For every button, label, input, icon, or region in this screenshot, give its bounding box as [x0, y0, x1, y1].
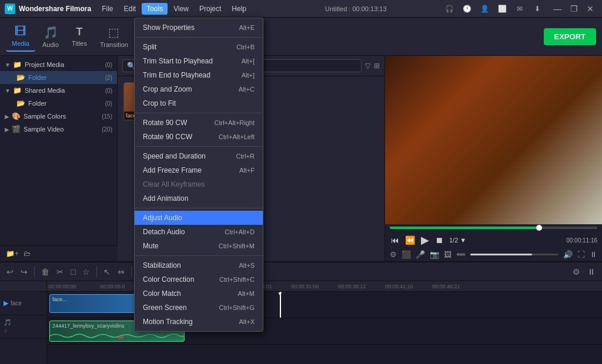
color-correction-label: Color Correction: [143, 275, 219, 284]
crop-zoom-label: Crop and Zoom: [143, 85, 239, 93]
tree-project-media[interactable]: ▼ 📁 Project Media (0): [0, 58, 117, 71]
shared-media-label: Shared Media: [25, 87, 103, 94]
copy-icon[interactable]: ⬜: [495, 2, 509, 16]
minus-circle-icon[interactable]: ➖: [456, 250, 466, 259]
volume-icon[interactable]: 🔊: [563, 250, 573, 259]
media-icon: 🎞: [15, 25, 26, 38]
paste-button[interactable]: ☆: [81, 265, 92, 278]
menu-tools[interactable]: Tools: [142, 3, 168, 15]
delete-button[interactable]: 🗑: [39, 265, 51, 278]
user-icon[interactable]: 👤: [477, 2, 491, 16]
menu-section-1: Show Properties Alt+E: [135, 18, 263, 38]
trim-tool[interactable]: ⇔: [116, 265, 126, 278]
menu-color-correction[interactable]: Color Correction Ctrl+Shift+C: [135, 272, 263, 287]
tools-dropdown-menu[interactable]: Show Properties Alt+E Split Ctrl+B Trim …: [134, 18, 263, 332]
mute-label: Mute: [143, 242, 219, 250]
speed-duration-shortcut: Ctrl+R: [236, 153, 255, 160]
export-button[interactable]: EXPORT: [544, 28, 596, 45]
stop-button[interactable]: ⏹: [434, 234, 444, 246]
folder-count: (2): [105, 75, 112, 81]
rotate-cw-shortcut: Ctrl+Alt+Right: [215, 119, 255, 126]
menu-trim-start[interactable]: Trim Start to Playhead Alt+[: [135, 54, 263, 68]
motion-tracking-shortcut: Alt+X: [239, 318, 255, 325]
new-folder-icon[interactable]: 🗁: [24, 250, 31, 258]
step-back-button[interactable]: ⏪: [404, 234, 416, 246]
menu-green-screen[interactable]: Green Screen Ctrl+Shift+G: [135, 301, 263, 315]
mic-icon[interactable]: 🎤: [416, 250, 425, 259]
minimize-button[interactable]: —: [550, 3, 564, 15]
clock-icon[interactable]: 🕐: [460, 2, 474, 16]
menu-crop-fit[interactable]: Crop to Fit: [135, 96, 263, 110]
mail-icon[interactable]: ✉: [513, 2, 527, 16]
menu-rotate-cw[interactable]: Rotate 90 CW Ctrl+Alt+Right: [135, 116, 263, 130]
menu-trim-end[interactable]: Trim End to Playhead Alt+]: [135, 68, 263, 82]
menu-rotate-ccw[interactable]: Rotate 90 CCW Ctrl+Alt+Left: [135, 130, 263, 144]
menu-add-animation[interactable]: Add Animation: [135, 191, 263, 205]
maximize-button[interactable]: ❐: [567, 3, 581, 15]
camera-icon[interactable]: 📷: [430, 250, 439, 259]
transitions-label: Transition: [100, 41, 128, 48]
menu-motion-tracking[interactable]: Motion Tracking Alt+X: [135, 315, 263, 329]
shared-folder-label: Folder: [28, 100, 103, 107]
menu-view[interactable]: View: [169, 3, 193, 15]
menu-edit[interactable]: Edit: [119, 3, 141, 15]
pause-icon[interactable]: ⏸: [586, 265, 597, 278]
volume-bar[interactable]: [470, 254, 558, 255]
tree-folder[interactable]: 📂 Folder (2): [0, 71, 117, 84]
control-row-1: ⏮ ⏪ ▶ ⏹ 1/2 ▼ 00:00:11:16: [390, 232, 597, 248]
tree-shared-media[interactable]: ▼ 📁 Shared Media (0): [0, 84, 117, 97]
sample-video-label: Sample Video: [24, 126, 99, 133]
tree-shared-folder[interactable]: 📂 Folder (0): [0, 97, 117, 110]
toolbar-audio[interactable]: 🎵 Audio: [36, 22, 65, 52]
menu-freeze-frame[interactable]: Add Freeze Frame Alt+F: [135, 163, 263, 177]
video-clip[interactable]: face...: [49, 294, 143, 313]
toolbar: 🎞 Media 🎵 Audio T Titles ⬚ Transition EX…: [0, 18, 602, 56]
settings-icon[interactable]: ⚙: [571, 265, 582, 278]
filter-icon[interactable]: ▽: [365, 62, 370, 70]
playhead[interactable]: [280, 292, 281, 318]
menu-split[interactable]: Split Ctrl+B: [135, 40, 263, 54]
fullscreen-icon[interactable]: ⛶: [577, 250, 585, 259]
close-button[interactable]: ✕: [583, 3, 597, 15]
menu-stabilization[interactable]: Stabilization Alt+S: [135, 258, 263, 272]
menu-show-properties[interactable]: Show Properties Alt+E: [135, 21, 263, 35]
speed-duration-label: Speed and Duration: [143, 152, 236, 160]
screenshot-icon[interactable]: 🖼: [444, 250, 452, 259]
cut-button[interactable]: ✂: [55, 265, 65, 278]
ruler-mark-0: 00:00:00:00: [48, 284, 76, 289]
progress-bar[interactable]: [390, 227, 597, 229]
tree-sample-video[interactable]: ▶ 🎬 Sample Video (20): [0, 123, 117, 136]
grid-view-icon[interactable]: ⊞: [374, 62, 380, 70]
audio-clip-label: 244417_lennyboy_scaryviolins: [50, 322, 127, 330]
headphone-icon[interactable]: 🎧: [442, 2, 456, 16]
render-icon[interactable]: ⚙: [390, 250, 397, 259]
menu-project[interactable]: Project: [195, 3, 226, 15]
detach-audio-shortcut: Ctrl+Alt+D: [225, 228, 255, 235]
redo-button[interactable]: ↪: [19, 265, 29, 278]
add-folder-icon[interactable]: 📁+: [6, 250, 19, 258]
menu-speed-duration[interactable]: Speed and Duration Ctrl+R: [135, 149, 263, 163]
expand-icon-4: ▶: [5, 126, 9, 133]
download-icon[interactable]: ⬇: [530, 2, 544, 16]
menu-section-3: Rotate 90 CW Ctrl+Alt+Right Rotate 90 CC…: [135, 113, 263, 147]
crop-icon[interactable]: ⬛: [402, 250, 411, 259]
freeze-frame-label: Add Freeze Frame: [143, 166, 239, 174]
menu-adjust-audio[interactable]: Adjust Audio: [135, 211, 263, 225]
menu-crop-zoom[interactable]: Crop and Zoom Alt+C: [135, 82, 263, 96]
undo-button[interactable]: ↩: [5, 265, 15, 278]
toolbar-titles[interactable]: T Titles: [66, 22, 93, 50]
menu-file[interactable]: File: [97, 3, 118, 15]
menu-color-match[interactable]: Color Match Alt+M: [135, 287, 263, 301]
copy-tl-button[interactable]: □: [69, 265, 77, 278]
select-tool[interactable]: ↖: [102, 265, 112, 278]
tree-sample-colors[interactable]: ▶ 🎨 Sample Colors (15): [0, 110, 117, 123]
menu-detach-audio[interactable]: Detach Audio Ctrl+Alt+D: [135, 225, 263, 239]
skip-back-button[interactable]: ⏮: [390, 234, 400, 246]
more-icon[interactable]: ⏸: [590, 250, 597, 259]
toolbar-media[interactable]: 🎞 Media: [6, 21, 35, 52]
speed-selector[interactable]: 1/2 ▼: [448, 235, 467, 245]
menu-mute[interactable]: Mute Ctrl+Shift+M: [135, 239, 263, 253]
menu-help[interactable]: Help: [227, 3, 251, 15]
toolbar-transitions[interactable]: ⬚ Transition: [94, 22, 134, 52]
play-button[interactable]: ▶: [420, 232, 430, 248]
